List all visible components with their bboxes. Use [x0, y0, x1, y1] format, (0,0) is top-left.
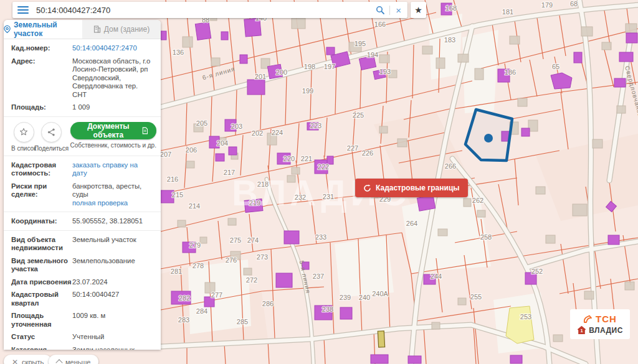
parcel-label: 282 — [179, 294, 190, 302]
parcel-label: 266 — [445, 162, 456, 170]
parcel-label: 226 — [362, 149, 373, 157]
parcel-label: 197 — [324, 63, 335, 70]
parcel-label: 218 — [257, 180, 269, 188]
parcel-label: 199 — [302, 87, 313, 95]
add-to-list-button[interactable]: В список — [11, 122, 37, 152]
parcel-label: 214 — [189, 202, 200, 210]
parcel-label: 276 — [226, 256, 237, 264]
parcel-label: 215 — [172, 191, 183, 198]
cadastral-number-link[interactable]: 50:14:0040427:2470 — [72, 44, 137, 52]
object-documents-button[interactable]: Документы объекта — [70, 122, 156, 139]
field-deal-risks: Риски при сделке: банкротства, аресты, с… — [11, 182, 153, 208]
parcel-label: 186 — [505, 68, 516, 76]
parcel-label: 278 — [193, 262, 204, 269]
search-input[interactable] — [35, 5, 376, 16]
refresh-icon — [363, 184, 371, 192]
field-land-category: Категория земель Земли населенных пункто… — [11, 346, 153, 350]
parcel-label: 284 — [196, 307, 207, 315]
chevron-up-icon — [55, 359, 62, 364]
parcel-label: 65 — [552, 63, 559, 70]
field-status: Статус Учтенный — [11, 333, 153, 342]
parcel-label: 233 — [315, 233, 326, 241]
map-pin-icon — [4, 25, 11, 34]
parcel-label: 179 — [541, 1, 553, 9]
parcel-label: 203 — [231, 123, 242, 130]
tab-land-parcel[interactable]: Земельный участок — [4, 20, 82, 39]
tsn-logo-icon — [583, 315, 593, 324]
search-icon[interactable] — [376, 6, 385, 15]
parcel-label: 275 — [230, 236, 241, 244]
star-outline-icon — [19, 128, 28, 136]
parcel-label: 285 — [237, 318, 248, 325]
share-icon — [47, 128, 55, 136]
parcel-label: 255 — [470, 293, 482, 301]
parcel-label: 166 — [374, 21, 386, 28]
parcel-label: 224 — [272, 129, 283, 136]
parcel-label: 216 — [167, 175, 178, 183]
parcel-label: 279 — [189, 241, 201, 249]
favorites-button[interactable]: ★ — [411, 2, 426, 18]
parcel-label: 274 — [247, 236, 259, 244]
parcel-label: 194 — [367, 51, 378, 58]
divider — [389, 6, 390, 15]
field-cadastral-number: Кад.номер: 50:14:0040427:2470 — [11, 44, 153, 53]
parcel-label: 238 — [322, 306, 333, 313]
parcel-label: 244 — [431, 273, 442, 280]
tab-building[interactable]: Дом (здание) — [82, 20, 161, 39]
parcel-label: 183 — [444, 36, 455, 44]
divider — [4, 230, 161, 231]
document-icon — [142, 126, 148, 135]
building-icon — [93, 26, 101, 33]
parcel-label: 277 — [211, 291, 222, 299]
parcel-label: 272 — [246, 276, 257, 284]
field-refined-area: Площадь уточненная 1009 кв. м — [11, 312, 153, 329]
menu-icon[interactable] — [17, 6, 29, 14]
svg-text:1: 1 — [581, 328, 583, 334]
parcel-label: 198 — [304, 63, 315, 70]
parcel-label: 239 — [340, 294, 351, 301]
search-bar: × — [12, 2, 407, 18]
clear-search-icon[interactable]: × — [394, 6, 402, 15]
action-buttons: В список Поделиться Документы объекта — [11, 122, 153, 152]
hide-panel-button[interactable]: ✕ скрыть — [4, 355, 52, 364]
order-certificate-link[interactable]: заказать справку на дату — [72, 161, 138, 177]
collapse-panel-button[interactable]: меньше — [49, 355, 98, 364]
field-object-type: Вид объекта недвижимости Земельный участ… — [11, 236, 153, 253]
share-button[interactable]: Поделиться — [37, 122, 67, 152]
parcel-label: 227 — [347, 144, 358, 152]
cadastral-boundaries-button[interactable]: Кадастровые границы — [355, 179, 468, 197]
parcel-label: 202 — [252, 129, 263, 137]
parcel-label: 283 — [178, 316, 189, 324]
parcel-label: 136 — [173, 49, 184, 56]
parcel-label: 220 — [283, 155, 295, 162]
parcel-label: 258 — [480, 233, 492, 241]
parcel-label: 281 — [171, 268, 182, 275]
tab-label: Земельный участок — [14, 21, 82, 38]
divider — [4, 212, 161, 212]
parcel-label: 286 — [262, 300, 274, 307]
parcel-label: 231 — [323, 193, 334, 200]
field-address: Адрес: Московская область, г.о Лосино-Пе… — [11, 57, 153, 100]
field-parcel-type: Вид земельного участка Землепользование — [11, 257, 153, 274]
parcel-label: 240 — [359, 294, 370, 301]
parcel-label: 273 — [257, 253, 268, 261]
parcel-label: 225 — [353, 111, 364, 119]
parcel-label: 205 — [196, 119, 207, 127]
field-coordinates: Координаты: 55.905552, 38.128051 — [11, 217, 153, 226]
parcel-label: 262 — [472, 197, 483, 204]
full-check-link[interactable]: полная проверка — [72, 199, 153, 208]
parcel-label: 237 — [313, 273, 324, 280]
selected-parcel[interactable] — [465, 110, 512, 161]
parcel-label: 181 — [502, 8, 513, 16]
tab-label: Дом (здание) — [104, 25, 150, 34]
field-cadastral-value: Кадастровая стоимость: заказать справку … — [11, 161, 153, 178]
parcel-label: 200 — [276, 68, 287, 76]
parcel-label: 204 — [217, 139, 228, 147]
parcel-label: 232 — [295, 194, 306, 201]
divider — [4, 116, 161, 117]
parcel-label: 253 — [520, 313, 531, 320]
parcel-label: 68 — [570, 0, 578, 7]
parcel-label: 168 — [445, 4, 457, 12]
parcel-label: 206 — [186, 146, 197, 154]
parcel-label: 252 — [531, 268, 543, 275]
